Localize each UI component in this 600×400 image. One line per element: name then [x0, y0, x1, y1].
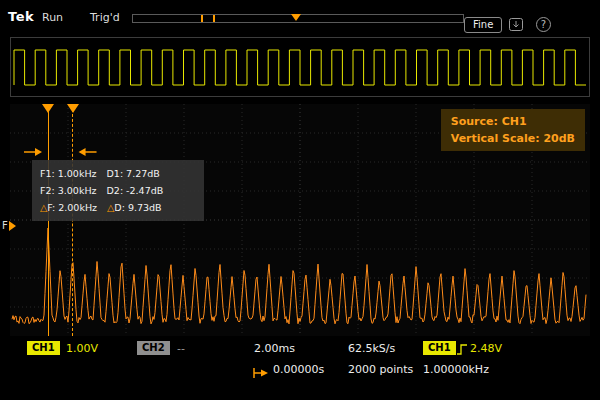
tek-logo: Tek — [8, 9, 34, 24]
cursor2-readout: F2: 3.00kHzD2: -2.47dB — [40, 182, 196, 199]
fft-marker-label: F — [2, 220, 8, 231]
fft-source-box: Source: CH1 Vertical Scale: 20dB — [441, 109, 585, 151]
fft-position-marker: F — [2, 220, 16, 231]
ch1-square-waveform — [11, 38, 589, 96]
oscilloscope-screen: Tek Run Trig'd Fine ? F1: 1.00kHzD1: 7. — [0, 0, 600, 400]
ch2-badge: CH2 — [137, 341, 170, 355]
window-marker-left-icon — [201, 15, 203, 22]
save-icon[interactable] — [508, 17, 524, 36]
fft-display-area: F1: 1.00kHzD1: 7.27dB F2: 3.00kHzD2: -2.… — [10, 104, 590, 336]
delta-db-value: D: 9.73dB — [114, 202, 161, 213]
cursor-delta-readout: △F: 2.00kHz△D: 9.73dB — [40, 199, 196, 216]
trigger-slope-icon — [456, 341, 468, 360]
cursor1-db-value: D1: 7.27dB — [107, 168, 160, 179]
cursor-1-handle[interactable] — [42, 104, 54, 113]
delta-freq-value: F: 2.00kHz — [47, 202, 97, 213]
window-marker-right-icon — [213, 15, 215, 22]
acquisition-status: Run — [42, 11, 63, 24]
fine-button[interactable]: Fine — [464, 17, 502, 33]
trigger-level-value: 2.48V — [470, 342, 502, 355]
horizontal-position-value: 0.00000s — [273, 363, 324, 376]
timebase-value: 2.00ms — [254, 342, 295, 355]
cursor2-freq-value: F2: 3.00kHz — [40, 185, 97, 196]
help-icon[interactable]: ? — [536, 17, 551, 32]
cursor1-readout: F1: 1.00kHzD1: 7.27dB — [40, 165, 196, 182]
sample-rate-value: 62.5kS/s — [348, 342, 395, 355]
trigger-source-badge: CH1 — [423, 341, 456, 355]
record-length-value: 2000 points — [348, 363, 413, 376]
cursor-2-handle[interactable] — [67, 104, 79, 113]
cursor-readout-box: F1: 1.00kHzD1: 7.27dB F2: 3.00kHzD2: -2.… — [32, 160, 204, 221]
trigger-position-icon[interactable] — [291, 14, 301, 21]
waveform-preview-panel — [10, 37, 590, 97]
fft-source-label: Source: CH1 — [451, 113, 575, 130]
horizontal-position-bar[interactable] — [132, 14, 464, 23]
cursor1-freq-value: F1: 1.00kHz — [40, 168, 97, 179]
ch2-scale-value: -- — [177, 342, 185, 355]
ch1-waveform-path — [14, 50, 586, 85]
ch1-badge: CH1 — [27, 341, 60, 355]
marker-arrow-icon — [9, 221, 16, 231]
ch1-scale-value: 1.00V — [66, 342, 98, 355]
trigger-frequency-value: 1.00000kHz — [423, 363, 489, 376]
save-icon-glyph — [508, 17, 524, 32]
fft-vertical-scale-label: Vertical Scale: 20dB — [451, 130, 575, 147]
horizontal-position-icon — [252, 364, 269, 383]
cursor2-db-value: D2: -2.47dB — [107, 185, 164, 196]
trigger-status: Trig'd — [90, 11, 120, 24]
fft-trace-path — [12, 228, 586, 324]
